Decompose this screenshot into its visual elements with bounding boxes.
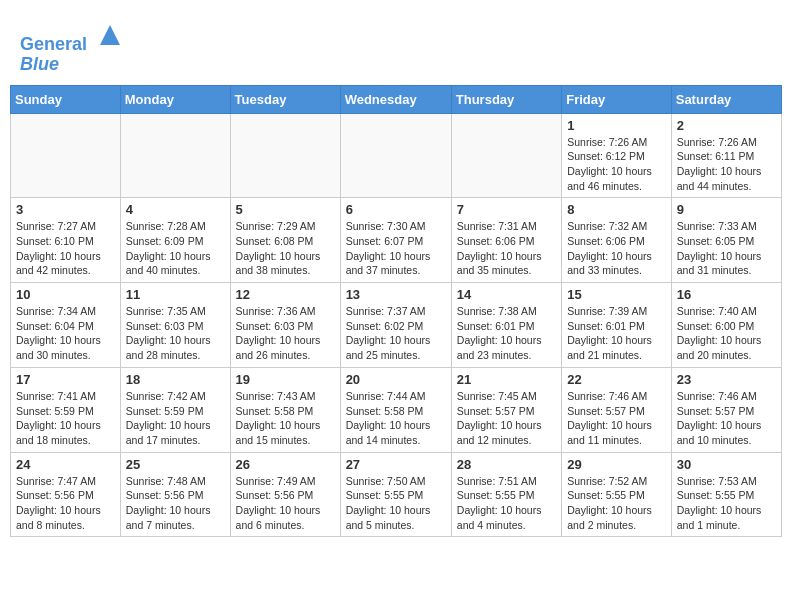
day-info: Sunrise: 7:48 AMSunset: 5:56 PMDaylight:… bbox=[126, 474, 225, 533]
day-number: 5 bbox=[236, 202, 335, 217]
logo-icon bbox=[95, 20, 125, 50]
calendar-week-row: 1Sunrise: 7:26 AMSunset: 6:12 PMDaylight… bbox=[11, 113, 782, 198]
day-number: 7 bbox=[457, 202, 556, 217]
calendar-day-cell: 20Sunrise: 7:44 AMSunset: 5:58 PMDayligh… bbox=[340, 367, 451, 452]
calendar-day-cell: 13Sunrise: 7:37 AMSunset: 6:02 PMDayligh… bbox=[340, 283, 451, 368]
day-info: Sunrise: 7:26 AMSunset: 6:11 PMDaylight:… bbox=[677, 135, 776, 194]
day-number: 13 bbox=[346, 287, 446, 302]
day-number: 4 bbox=[126, 202, 225, 217]
day-number: 26 bbox=[236, 457, 335, 472]
day-info: Sunrise: 7:32 AMSunset: 6:06 PMDaylight:… bbox=[567, 219, 666, 278]
day-number: 17 bbox=[16, 372, 115, 387]
calendar-day-cell: 7Sunrise: 7:31 AMSunset: 6:06 PMDaylight… bbox=[451, 198, 561, 283]
calendar-day-cell: 18Sunrise: 7:42 AMSunset: 5:59 PMDayligh… bbox=[120, 367, 230, 452]
calendar-day-cell: 19Sunrise: 7:43 AMSunset: 5:58 PMDayligh… bbox=[230, 367, 340, 452]
day-number: 24 bbox=[16, 457, 115, 472]
day-info: Sunrise: 7:27 AMSunset: 6:10 PMDaylight:… bbox=[16, 219, 115, 278]
day-info: Sunrise: 7:36 AMSunset: 6:03 PMDaylight:… bbox=[236, 304, 335, 363]
day-number: 29 bbox=[567, 457, 666, 472]
calendar-day-cell: 14Sunrise: 7:38 AMSunset: 6:01 PMDayligh… bbox=[451, 283, 561, 368]
day-info: Sunrise: 7:39 AMSunset: 6:01 PMDaylight:… bbox=[567, 304, 666, 363]
calendar-day-cell: 4Sunrise: 7:28 AMSunset: 6:09 PMDaylight… bbox=[120, 198, 230, 283]
day-number: 19 bbox=[236, 372, 335, 387]
calendar-day-cell: 5Sunrise: 7:29 AMSunset: 6:08 PMDaylight… bbox=[230, 198, 340, 283]
day-info: Sunrise: 7:40 AMSunset: 6:00 PMDaylight:… bbox=[677, 304, 776, 363]
calendar-day-cell: 25Sunrise: 7:48 AMSunset: 5:56 PMDayligh… bbox=[120, 452, 230, 537]
calendar-week-row: 10Sunrise: 7:34 AMSunset: 6:04 PMDayligh… bbox=[11, 283, 782, 368]
weekday-header: Friday bbox=[562, 85, 672, 113]
day-number: 6 bbox=[346, 202, 446, 217]
day-number: 14 bbox=[457, 287, 556, 302]
calendar-day-cell: 22Sunrise: 7:46 AMSunset: 5:57 PMDayligh… bbox=[562, 367, 672, 452]
day-info: Sunrise: 7:52 AMSunset: 5:55 PMDaylight:… bbox=[567, 474, 666, 533]
calendar-day-cell: 3Sunrise: 7:27 AMSunset: 6:10 PMDaylight… bbox=[11, 198, 121, 283]
day-info: Sunrise: 7:49 AMSunset: 5:56 PMDaylight:… bbox=[236, 474, 335, 533]
calendar-day-cell: 8Sunrise: 7:32 AMSunset: 6:06 PMDaylight… bbox=[562, 198, 672, 283]
calendar-day-cell bbox=[451, 113, 561, 198]
day-number: 27 bbox=[346, 457, 446, 472]
day-number: 2 bbox=[677, 118, 776, 133]
day-number: 1 bbox=[567, 118, 666, 133]
logo: General Blue bbox=[20, 20, 125, 75]
calendar-day-cell: 23Sunrise: 7:46 AMSunset: 5:57 PMDayligh… bbox=[671, 367, 781, 452]
logo-blue: Blue bbox=[20, 54, 59, 74]
weekday-header: Monday bbox=[120, 85, 230, 113]
calendar-table: SundayMondayTuesdayWednesdayThursdayFrid… bbox=[10, 85, 782, 538]
calendar-day-cell: 28Sunrise: 7:51 AMSunset: 5:55 PMDayligh… bbox=[451, 452, 561, 537]
weekday-header: Saturday bbox=[671, 85, 781, 113]
day-info: Sunrise: 7:30 AMSunset: 6:07 PMDaylight:… bbox=[346, 219, 446, 278]
calendar-day-cell: 10Sunrise: 7:34 AMSunset: 6:04 PMDayligh… bbox=[11, 283, 121, 368]
day-info: Sunrise: 7:26 AMSunset: 6:12 PMDaylight:… bbox=[567, 135, 666, 194]
day-number: 9 bbox=[677, 202, 776, 217]
calendar-day-cell: 12Sunrise: 7:36 AMSunset: 6:03 PMDayligh… bbox=[230, 283, 340, 368]
calendar-day-cell: 21Sunrise: 7:45 AMSunset: 5:57 PMDayligh… bbox=[451, 367, 561, 452]
weekday-header: Wednesday bbox=[340, 85, 451, 113]
calendar-day-cell: 24Sunrise: 7:47 AMSunset: 5:56 PMDayligh… bbox=[11, 452, 121, 537]
calendar-day-cell: 26Sunrise: 7:49 AMSunset: 5:56 PMDayligh… bbox=[230, 452, 340, 537]
logo-general: General bbox=[20, 34, 87, 54]
calendar-day-cell bbox=[120, 113, 230, 198]
calendar-day-cell: 1Sunrise: 7:26 AMSunset: 6:12 PMDaylight… bbox=[562, 113, 672, 198]
calendar-day-cell: 6Sunrise: 7:30 AMSunset: 6:07 PMDaylight… bbox=[340, 198, 451, 283]
day-info: Sunrise: 7:46 AMSunset: 5:57 PMDaylight:… bbox=[567, 389, 666, 448]
day-info: Sunrise: 7:29 AMSunset: 6:08 PMDaylight:… bbox=[236, 219, 335, 278]
day-number: 18 bbox=[126, 372, 225, 387]
day-info: Sunrise: 7:50 AMSunset: 5:55 PMDaylight:… bbox=[346, 474, 446, 533]
day-info: Sunrise: 7:41 AMSunset: 5:59 PMDaylight:… bbox=[16, 389, 115, 448]
calendar-day-cell bbox=[11, 113, 121, 198]
day-info: Sunrise: 7:34 AMSunset: 6:04 PMDaylight:… bbox=[16, 304, 115, 363]
svg-rect-1 bbox=[105, 38, 115, 45]
calendar-week-row: 17Sunrise: 7:41 AMSunset: 5:59 PMDayligh… bbox=[11, 367, 782, 452]
day-number: 20 bbox=[346, 372, 446, 387]
day-number: 30 bbox=[677, 457, 776, 472]
day-info: Sunrise: 7:44 AMSunset: 5:58 PMDaylight:… bbox=[346, 389, 446, 448]
day-number: 23 bbox=[677, 372, 776, 387]
calendar-day-cell bbox=[340, 113, 451, 198]
day-info: Sunrise: 7:51 AMSunset: 5:55 PMDaylight:… bbox=[457, 474, 556, 533]
day-info: Sunrise: 7:38 AMSunset: 6:01 PMDaylight:… bbox=[457, 304, 556, 363]
day-info: Sunrise: 7:33 AMSunset: 6:05 PMDaylight:… bbox=[677, 219, 776, 278]
calendar-week-row: 24Sunrise: 7:47 AMSunset: 5:56 PMDayligh… bbox=[11, 452, 782, 537]
calendar-day-cell: 29Sunrise: 7:52 AMSunset: 5:55 PMDayligh… bbox=[562, 452, 672, 537]
weekday-header: Tuesday bbox=[230, 85, 340, 113]
day-info: Sunrise: 7:47 AMSunset: 5:56 PMDaylight:… bbox=[16, 474, 115, 533]
day-number: 3 bbox=[16, 202, 115, 217]
calendar-day-cell: 11Sunrise: 7:35 AMSunset: 6:03 PMDayligh… bbox=[120, 283, 230, 368]
calendar-header-row: SundayMondayTuesdayWednesdayThursdayFrid… bbox=[11, 85, 782, 113]
day-info: Sunrise: 7:45 AMSunset: 5:57 PMDaylight:… bbox=[457, 389, 556, 448]
day-info: Sunrise: 7:35 AMSunset: 6:03 PMDaylight:… bbox=[126, 304, 225, 363]
calendar-day-cell: 27Sunrise: 7:50 AMSunset: 5:55 PMDayligh… bbox=[340, 452, 451, 537]
calendar-day-cell: 2Sunrise: 7:26 AMSunset: 6:11 PMDaylight… bbox=[671, 113, 781, 198]
weekday-header: Sunday bbox=[11, 85, 121, 113]
day-info: Sunrise: 7:43 AMSunset: 5:58 PMDaylight:… bbox=[236, 389, 335, 448]
day-info: Sunrise: 7:46 AMSunset: 5:57 PMDaylight:… bbox=[677, 389, 776, 448]
day-info: Sunrise: 7:37 AMSunset: 6:02 PMDaylight:… bbox=[346, 304, 446, 363]
day-number: 16 bbox=[677, 287, 776, 302]
day-info: Sunrise: 7:42 AMSunset: 5:59 PMDaylight:… bbox=[126, 389, 225, 448]
day-number: 10 bbox=[16, 287, 115, 302]
calendar-day-cell: 30Sunrise: 7:53 AMSunset: 5:55 PMDayligh… bbox=[671, 452, 781, 537]
day-number: 12 bbox=[236, 287, 335, 302]
day-info: Sunrise: 7:31 AMSunset: 6:06 PMDaylight:… bbox=[457, 219, 556, 278]
day-number: 8 bbox=[567, 202, 666, 217]
day-number: 25 bbox=[126, 457, 225, 472]
